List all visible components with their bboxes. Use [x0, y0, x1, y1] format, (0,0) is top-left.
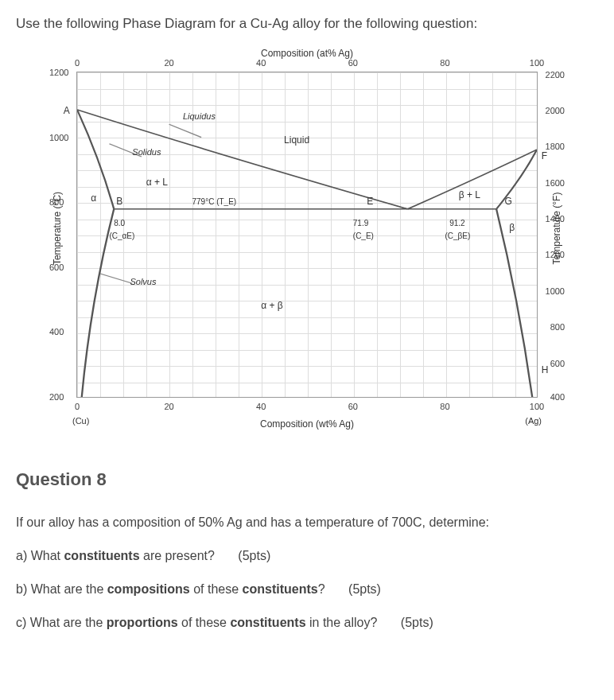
tick: 80 — [440, 402, 449, 411]
tick: 1200 — [49, 68, 68, 77]
c-alpha-e: 8.0 — [114, 219, 125, 228]
tick: 60 — [348, 58, 358, 68]
solidus-label: Solidus — [132, 147, 161, 157]
beta-region: β — [509, 222, 515, 233]
alpha-region: α — [91, 192, 96, 204]
eutectic-temp: 779°C (T_E) — [192, 197, 237, 206]
axis-bottom-label: Composition (wt% Ag) — [260, 418, 354, 430]
point-A: A — [64, 105, 70, 116]
point-H: H — [542, 364, 549, 375]
tick: 60 — [348, 402, 358, 411]
point-G: G — [505, 196, 512, 207]
alpha-beta-region: α + β — [261, 300, 283, 311]
tick: 100 — [530, 402, 544, 411]
tick: 800 — [550, 322, 565, 332]
solvus-label: Solvus — [130, 277, 156, 286]
phase-diagram: Composition (at% Ag) 0 20 40 60 80 100 0… — [29, 48, 585, 430]
liquidus-label: Liquidus — [183, 111, 216, 121]
axis-left-label: Temperature (°C) — [52, 192, 63, 265]
c-beta-e2: (C_βE) — [445, 231, 470, 240]
question-a: a) What constituents are present? (5pts) — [16, 543, 598, 569]
tick: 0 — [75, 402, 80, 411]
tick: 1000 — [49, 133, 68, 142]
tick: 400 — [550, 392, 565, 402]
tick: 600 — [550, 359, 565, 368]
plot-area: 0 20 40 60 80 100 0 20 40 60 80 100 1200… — [76, 72, 538, 398]
question-body: If our alloy has a composition of 50% Ag… — [16, 510, 598, 636]
tick: 20 — [164, 402, 173, 411]
question-b: b) What are the compositions of these co… — [16, 577, 598, 602]
point-B: B — [116, 196, 122, 207]
c-beta-e: 91.2 — [449, 219, 464, 228]
tick: 2000 — [546, 106, 565, 115]
tick: 2200 — [546, 70, 565, 80]
tick: 40 — [256, 58, 266, 68]
tick: 40 — [256, 402, 266, 411]
tick: 200 — [49, 392, 64, 402]
question-stem: If our alloy has a composition of 50% Ag… — [16, 510, 598, 535]
tick: 20 — [164, 58, 173, 68]
tick: 0 — [75, 58, 80, 68]
point-E: E — [367, 196, 373, 207]
axis-right-label: Temperature (°F) — [552, 192, 563, 265]
question-title: Question 8 — [16, 469, 598, 490]
liquid-region: Liquid — [284, 134, 309, 146]
c-alpha-e2: (C_αE) — [109, 231, 134, 240]
svg-line-1 — [169, 124, 201, 137]
alpha-L-region: α + L — [146, 177, 168, 188]
tick: 80 — [440, 58, 449, 68]
beta-L-region: β + L — [459, 189, 480, 200]
tick: 400 — [49, 327, 64, 336]
corner-cu: (Cu) — [72, 416, 89, 426]
point-F: F — [542, 150, 547, 161]
axis-top-label: Composition (at% Ag) — [261, 48, 353, 59]
question-c: c) What are the proportions of these con… — [16, 610, 598, 636]
tick: 100 — [530, 58, 544, 68]
tick: 1000 — [546, 286, 565, 296]
intro-text: Use the following Phase Diagram for a Cu… — [16, 16, 598, 32]
svg-line-3 — [100, 274, 132, 283]
tick: 1600 — [546, 178, 565, 188]
c-e2: (C_E) — [353, 231, 374, 240]
c-e: 71.9 — [353, 219, 368, 228]
corner-ag: (Ag) — [525, 416, 542, 426]
tick: 1800 — [546, 142, 565, 151]
